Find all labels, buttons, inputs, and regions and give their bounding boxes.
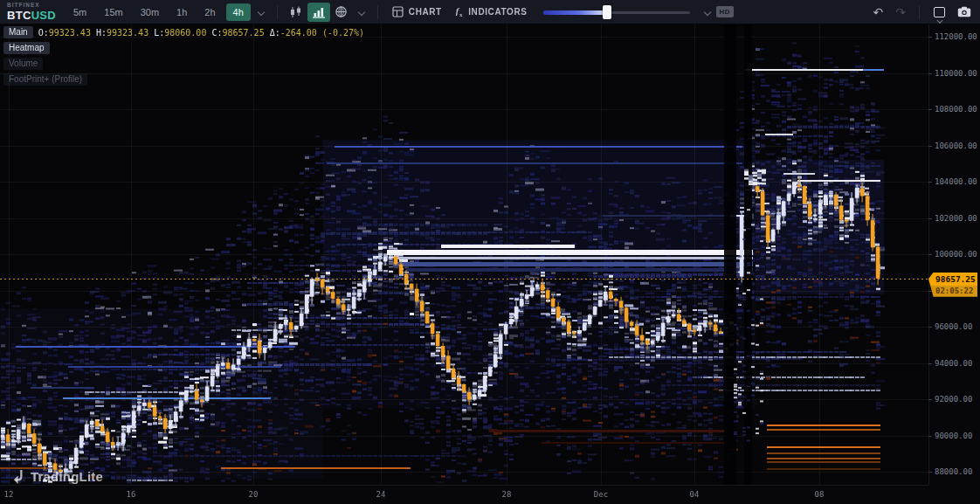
toolbar: BITFINEX BTCUSD 5m 15m 30m 1h 2h 4h xyxy=(0,0,980,24)
timeframe-30m[interactable]: 30m xyxy=(134,3,166,21)
time-tick-label: 20 xyxy=(249,490,259,499)
legend-row-heatmap: Heatmap xyxy=(3,42,364,54)
timeframe-5m[interactable]: 5m xyxy=(66,3,93,21)
exchange-name: BITFINEX xyxy=(7,3,56,9)
time-tick-label: 12 xyxy=(4,490,14,499)
delta-percent: (-0.27%) xyxy=(322,28,364,38)
price-tick-label: 100000.00 xyxy=(935,250,977,259)
timeframe-1h[interactable]: 1h xyxy=(169,3,194,21)
timeframe-4h-active[interactable]: 4h xyxy=(226,3,251,21)
timeframe-2h[interactable]: 2h xyxy=(197,3,222,21)
layout-chevron-icon xyxy=(936,17,942,23)
toolbar-separator xyxy=(277,5,278,19)
exchange-aggregation-button[interactable] xyxy=(330,3,353,22)
symbol-pair: BTCUSD xyxy=(7,10,56,21)
time-tick-label: Dec xyxy=(594,490,608,499)
legend-row-volume: Volume xyxy=(3,58,364,70)
slider-handle[interactable] xyxy=(603,5,611,19)
price-tick-label: 90000.00 xyxy=(935,432,972,440)
indicators-button[interactable]: fx INDICATORS xyxy=(449,3,535,22)
redo-button[interactable]: ↷ xyxy=(889,5,912,19)
chart-menu-label: CHART xyxy=(409,7,442,17)
globe-icon xyxy=(335,5,348,18)
legend-panel: Main O:99323.43 H:99323.43 L:98060.00 C:… xyxy=(3,26,364,89)
candlestick-icon xyxy=(289,6,303,18)
price-tick-label: 104000.00 xyxy=(935,177,977,186)
heatmap-canvas[interactable] xyxy=(0,24,928,485)
axis-corner xyxy=(928,485,980,504)
price-tick-label: 110000.00 xyxy=(935,69,977,78)
price-tick-label: 102000.00 xyxy=(935,214,977,223)
footprint-indicator-badge[interactable]: FootPrint+ (Profile) xyxy=(3,73,87,86)
price-tick-label: 94000.00 xyxy=(935,359,972,368)
price-tick-label: 112000.00 xyxy=(935,32,977,41)
chart-plot-area[interactable]: TradingLite xyxy=(0,24,928,485)
fx-icon: fx xyxy=(456,5,463,18)
heatmap-intensity-slider[interactable] xyxy=(543,4,690,20)
volume-indicator-badge[interactable]: Volume xyxy=(3,58,43,70)
layout-square-icon xyxy=(934,7,945,17)
aggregation-dropdown-chevron-icon[interactable] xyxy=(358,9,365,16)
timeframe-dropdown-chevron-icon[interactable] xyxy=(258,9,265,16)
current-price-tag: 98657.25 02:05:22 xyxy=(928,273,977,297)
undo-button[interactable]: ↶ xyxy=(867,5,890,19)
price-tick-label: 92000.00 xyxy=(935,395,972,404)
current-price-value: 98657.25 xyxy=(928,273,977,286)
ohlc-readout: O:99323.43 H:99323.43 L:98060.00 C:98657… xyxy=(38,28,364,38)
tradinglite-app: BITFINEX BTCUSD 5m 15m 30m 1h 2h 4h xyxy=(0,0,980,504)
price-tick-label: 106000.00 xyxy=(935,142,977,150)
legend-row-main: Main O:99323.43 H:99323.43 L:98060.00 C:… xyxy=(3,26,364,38)
main-pane-badge[interactable]: Main xyxy=(3,26,33,38)
price-tick-label: 96000.00 xyxy=(935,322,972,331)
legend-row-footprint: FootPrint+ (Profile) xyxy=(3,73,364,86)
slider-fill xyxy=(543,10,608,15)
symbol-base: BTC xyxy=(7,9,31,22)
camera-icon xyxy=(957,6,971,17)
indicators-label: INDICATORS xyxy=(468,7,527,17)
time-tick-label: 08 xyxy=(815,490,825,499)
symbol-selector[interactable]: BITFINEX BTCUSD xyxy=(0,3,65,22)
time-axis[interactable]: 1216202428Dec0408 xyxy=(0,485,928,504)
chart-grid-icon xyxy=(392,6,404,17)
time-tick-label: 16 xyxy=(127,490,136,499)
time-tick-label: 04 xyxy=(690,490,700,499)
price-tick-label: 108000.00 xyxy=(935,105,977,114)
candlestick-chart-type-button[interactable] xyxy=(285,3,307,22)
hd-quality-toggle[interactable]: HD xyxy=(716,6,735,17)
candle-countdown: 02:05:22 xyxy=(928,286,977,297)
layout-button[interactable] xyxy=(927,7,952,17)
price-axis[interactable]: 112000.00110000.00108000.00106000.001040… xyxy=(928,24,980,485)
time-tick-label: 28 xyxy=(502,490,512,499)
histogram-icon xyxy=(312,6,326,18)
slider-options-chevron-icon[interactable] xyxy=(704,9,711,16)
time-tick-label: 24 xyxy=(376,490,386,499)
price-tick-label: 88000.00 xyxy=(935,467,972,476)
chart-menu-button[interactable]: CHART xyxy=(385,3,449,22)
heatmap-view-button[interactable] xyxy=(307,3,330,22)
toolbar-separator xyxy=(377,5,378,19)
timeframe-15m[interactable]: 15m xyxy=(97,3,129,21)
toolbar-separator xyxy=(919,5,920,19)
screenshot-button[interactable] xyxy=(952,6,980,17)
heatmap-indicator-badge[interactable]: Heatmap xyxy=(3,42,50,54)
symbol-quote: USD xyxy=(31,9,56,22)
